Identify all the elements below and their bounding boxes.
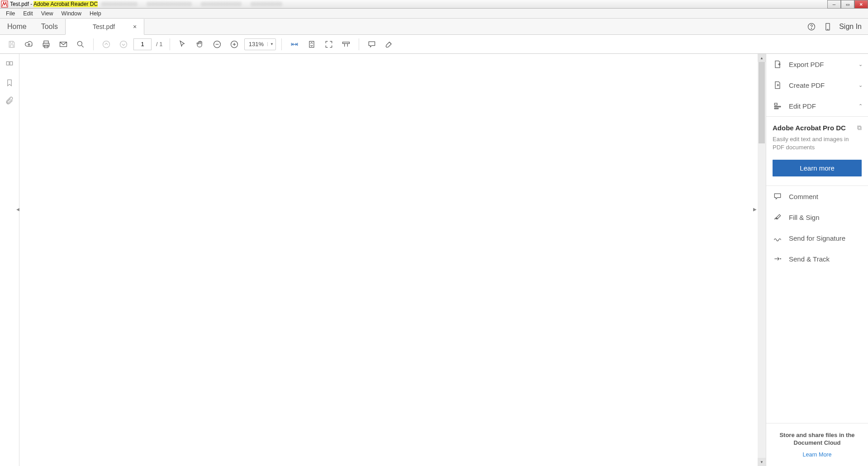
comment-tool[interactable]: Comment — [766, 186, 868, 207]
mobile-icon[interactable] — [823, 22, 833, 32]
svg-point-31 — [780, 259, 781, 259]
svg-rect-28 — [774, 106, 780, 107]
scrollbar-thumb[interactable] — [759, 62, 765, 143]
fill-sign-icon — [773, 212, 783, 222]
page-total-label: / 1 — [156, 41, 162, 48]
document-tab[interactable]: Test.pdf × — [65, 19, 144, 35]
comment-icon[interactable] — [365, 37, 379, 52]
zoom-out-icon[interactable] — [210, 37, 224, 52]
sign-in-link[interactable]: Sign In — [839, 23, 862, 31]
svg-line-12 — [82, 45, 84, 47]
create-pdf-tool[interactable]: Create PDF ⌄ — [766, 75, 868, 95]
cloud-upload-icon[interactable] — [22, 37, 36, 52]
fit-width-icon[interactable] — [287, 37, 302, 52]
svg-point-14 — [120, 41, 127, 48]
maximize-button[interactable]: ▭ — [841, 0, 854, 9]
tab-tools[interactable]: Tools — [34, 19, 65, 34]
hand-tool-icon[interactable] — [193, 37, 207, 52]
svg-rect-25 — [6, 62, 9, 65]
bookmark-icon[interactable] — [4, 77, 15, 88]
send-track-icon — [773, 254, 783, 264]
svg-point-11 — [77, 41, 82, 46]
send-signature-tool[interactable]: Send for Signature — [766, 228, 868, 248]
page-up-icon — [99, 37, 114, 52]
send-track-label: Send & Track — [789, 255, 830, 263]
svg-rect-26 — [10, 62, 13, 65]
fill-sign-tool[interactable]: Fill & Sign — [766, 207, 868, 228]
tab-home[interactable]: Home — [0, 19, 34, 34]
search-icon[interactable] — [73, 37, 88, 52]
header-tabs: Home Tools Test.pdf × Sign In — [0, 19, 868, 35]
close-button[interactable]: ✕ — [854, 0, 868, 9]
vertical-scrollbar[interactable]: ▲ ▼ — [758, 54, 766, 466]
send-signature-label: Send for Signature — [789, 234, 845, 242]
scroll-down-icon[interactable]: ▼ — [758, 458, 766, 466]
comment-tool-icon — [773, 191, 783, 201]
menu-help[interactable]: Help — [85, 10, 105, 18]
separator — [359, 38, 359, 50]
help-icon[interactable] — [806, 22, 816, 32]
edit-pdf-tool[interactable]: Edit PDF ⌃ — [766, 95, 868, 116]
separator — [170, 38, 170, 50]
page-number-input[interactable] — [133, 38, 152, 50]
cloud-learn-more-link[interactable]: Learn More — [773, 452, 862, 458]
cloud-section: Store and share files in the Document Cl… — [766, 423, 868, 466]
menu-file[interactable]: File — [2, 10, 19, 18]
app-icon — [1, 0, 8, 8]
create-pdf-icon — [773, 80, 783, 90]
right-rail-expand-icon[interactable]: ▶ — [753, 207, 757, 212]
document-tab-label: Test.pdf — [93, 23, 115, 30]
menu-view[interactable]: View — [37, 10, 57, 18]
document-tab-close-icon[interactable]: × — [133, 23, 137, 30]
zoom-in-icon[interactable] — [227, 37, 242, 52]
chevron-down-icon: ⌄ — [859, 62, 863, 67]
learn-more-button[interactable]: Learn more — [773, 160, 862, 176]
svg-line-24 — [389, 42, 391, 44]
document-viewer[interactable]: ▲ ▼ ▶ — [19, 54, 766, 466]
create-pdf-label: Create PDF — [789, 81, 825, 89]
send-track-tool[interactable]: Send & Track — [766, 248, 868, 269]
zoom-dropdown-icon[interactable]: ▼ — [267, 42, 275, 46]
edit-pdf-section: Adobe Acrobat Pro DC ⧉ Easily edit text … — [766, 116, 868, 186]
export-pdf-label: Export PDF — [789, 61, 824, 68]
right-panel: Export PDF ⌄ Create PDF ⌄ Edit PDF ⌃ Ado… — [766, 54, 868, 466]
export-pdf-tool[interactable]: Export PDF ⌄ — [766, 54, 868, 75]
minimize-button[interactable]: ─ — [827, 0, 841, 9]
send-signature-icon — [773, 233, 783, 243]
fill-sign-label: Fill & Sign — [789, 214, 820, 221]
menu-window[interactable]: Window — [57, 10, 85, 18]
read-mode-icon[interactable] — [339, 37, 353, 52]
svg-rect-6 — [10, 44, 14, 47]
selection-tool-icon[interactable] — [175, 37, 190, 52]
menu-bar: File Edit View Window Help — [0, 9, 868, 19]
fullscreen-icon[interactable] — [322, 37, 336, 52]
menu-edit[interactable]: Edit — [19, 10, 37, 18]
attachment-icon[interactable] — [4, 95, 15, 106]
print-icon[interactable] — [39, 37, 53, 52]
title-appname: Adobe Acrobat Reader DC — [33, 1, 98, 7]
fit-page-icon[interactable] — [304, 37, 319, 52]
page-down-icon — [116, 37, 131, 52]
chevron-down-icon: ⌄ — [859, 82, 863, 88]
edit-pdf-icon — [773, 101, 783, 111]
separator — [93, 38, 94, 50]
svg-rect-27 — [774, 103, 777, 105]
copy-icon[interactable]: ⧉ — [857, 124, 862, 132]
thumbnails-icon[interactable] — [4, 59, 15, 70]
scroll-up-icon[interactable]: ▲ — [758, 54, 766, 62]
cloud-title: Store and share files in the Document Cl… — [773, 432, 862, 447]
email-icon[interactable] — [56, 37, 71, 52]
edit-section-title: Adobe Acrobat Pro DC — [773, 124, 846, 132]
svg-rect-21 — [343, 42, 350, 43]
edit-section-desc: Easily edit text and images in PDF docum… — [773, 135, 862, 152]
svg-rect-5 — [10, 41, 13, 43]
highlight-icon[interactable] — [382, 37, 396, 52]
title-filename: Test.pdf - Adobe Acrobat Reader DC — [10, 1, 98, 7]
export-pdf-icon — [773, 59, 783, 69]
left-rail: ◀ — [0, 54, 19, 466]
zoom-combo[interactable]: 131% ▼ — [244, 38, 276, 50]
save-icon — [5, 37, 19, 52]
svg-point-2 — [811, 28, 812, 29]
window-titlebar: Test.pdf - Adobe Acrobat Reader DC ─ ▭ ✕ — [0, 0, 868, 9]
edit-pdf-label: Edit PDF — [789, 102, 816, 110]
